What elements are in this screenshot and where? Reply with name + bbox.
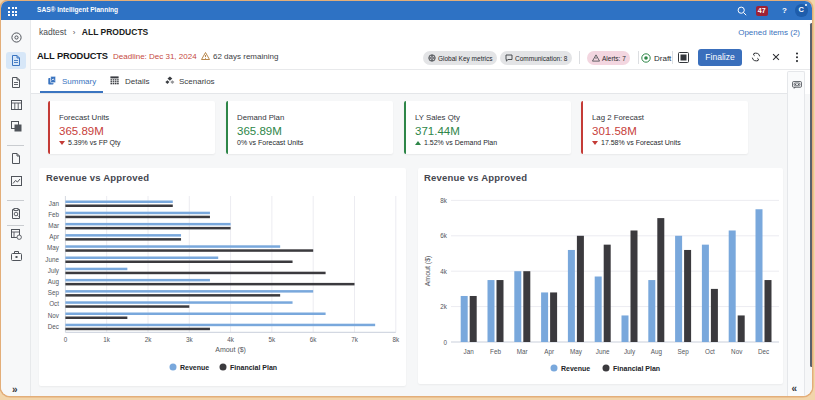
svg-text:Dec: Dec: [758, 348, 769, 355]
svg-text:May: May: [47, 244, 60, 252]
svg-text:Financial Plan: Financial Plan: [613, 365, 660, 372]
svg-text:8k: 8k: [392, 336, 400, 343]
svg-text:Amout ($): Amout ($): [424, 256, 432, 287]
svg-text:Sep: Sep: [677, 348, 689, 356]
svg-text:Jan: Jan: [464, 348, 475, 355]
svg-text:Feb: Feb: [490, 348, 501, 355]
svg-text:0: 0: [64, 336, 68, 343]
svg-text:5k: 5k: [269, 336, 277, 343]
svg-text:6k: 6k: [310, 336, 318, 343]
svg-text:July: July: [48, 267, 60, 275]
svg-text:Nov: Nov: [731, 348, 743, 355]
svg-text:Feb: Feb: [48, 211, 59, 218]
svg-text:Oct: Oct: [49, 300, 59, 307]
svg-text:Revenue vs Approved: Revenue vs Approved: [424, 172, 527, 183]
svg-text:8k: 8k: [440, 197, 448, 204]
svg-text:4k: 4k: [440, 268, 448, 275]
svg-text:7k: 7k: [351, 336, 359, 343]
svg-text:Mar: Mar: [48, 222, 59, 229]
svg-text:Amout ($): Amout ($): [215, 346, 246, 354]
svg-text:6k: 6k: [440, 232, 448, 239]
svg-text:2k: 2k: [145, 336, 153, 343]
svg-text:Jan: Jan: [49, 200, 60, 207]
svg-text:Oct: Oct: [705, 348, 715, 355]
svg-text:June: June: [45, 256, 59, 263]
svg-text:Mar: Mar: [517, 348, 528, 355]
svg-text:May: May: [570, 348, 583, 356]
svg-text:July: July: [624, 348, 636, 356]
svg-text:Revenue: Revenue: [561, 365, 590, 372]
svg-text:Aug: Aug: [651, 348, 663, 356]
svg-text:2k: 2k: [440, 303, 448, 310]
svg-text:0: 0: [443, 339, 447, 346]
svg-text:Dec: Dec: [48, 323, 59, 330]
svg-text:3k: 3k: [186, 336, 194, 343]
svg-text:Revenue vs Approved: Revenue vs Approved: [46, 172, 149, 183]
svg-text:Nov: Nov: [48, 312, 60, 319]
svg-text:June: June: [596, 348, 610, 355]
svg-text:Revenue: Revenue: [180, 364, 209, 371]
svg-text:Apr: Apr: [49, 233, 59, 241]
svg-text:Aug: Aug: [48, 278, 60, 286]
svg-text:1k: 1k: [103, 336, 111, 343]
svg-text:4k: 4k: [227, 336, 235, 343]
svg-text:Financial Plan: Financial Plan: [230, 364, 277, 371]
svg-text:Apr: Apr: [544, 348, 554, 356]
svg-text:Sep: Sep: [48, 289, 60, 297]
